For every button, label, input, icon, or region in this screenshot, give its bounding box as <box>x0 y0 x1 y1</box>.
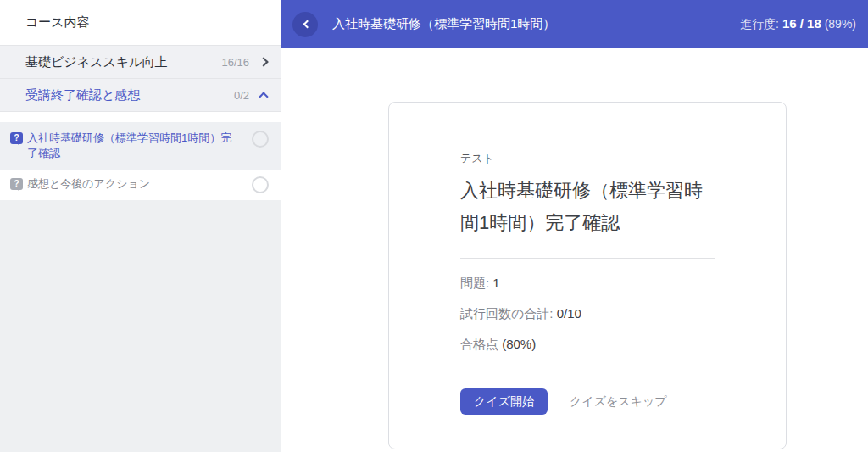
skip-quiz-link[interactable]: クイズをスキップ <box>570 394 667 410</box>
lecture-item-label: 入社時基礎研修（標準学習時間1時間）完了確認 <box>27 131 252 161</box>
lecture-item-label: 感想と今後のアクション <box>27 176 252 193</box>
progress-value: 16 / 18 <box>782 16 821 31</box>
start-quiz-button[interactable]: クイズ開始 <box>460 388 548 415</box>
lecture-item-feedback-actions[interactable]: ? 感想と今後のアクション <box>0 170 281 200</box>
section-progress-count: 16/16 <box>221 56 249 69</box>
course-player: コース内容 基礎ビジネススキル向上 16/16 受講終了確認と感想 0/2 ? … <box>0 0 868 452</box>
quiz-type-label: テスト <box>460 151 715 166</box>
progress-percent: (89%) <box>821 17 856 31</box>
stat-value: 1 <box>492 276 499 290</box>
section-label: 受講終了確認と感想 <box>25 87 234 103</box>
incomplete-circle-icon <box>252 176 269 193</box>
back-button[interactable] <box>292 12 318 37</box>
section-label: 基礎ビジネススキル向上 <box>25 54 221 70</box>
quiz-title: 入社時基礎研修（標準学習時間1時間）完了確認 <box>460 175 715 239</box>
quiz-bubble-icon: ? <box>10 132 23 144</box>
stat-value: 0/10 <box>557 306 581 321</box>
lecture-list: ? 入社時基礎研修（標準学習時間1時間）完了確認 ? 感想と今後のアクション <box>0 112 281 200</box>
chevron-left-icon <box>303 20 311 29</box>
sidebar-title: コース内容 <box>0 0 281 46</box>
sidebar-section-completion-and-feedback[interactable]: 受講終了確認と感想 0/2 <box>0 79 281 112</box>
stat-questions: 問題: 1 <box>460 275 715 292</box>
progress-indicator: 進行度: 16 / 18 (89%) <box>740 16 856 32</box>
course-sidebar: コース内容 基礎ビジネススキル向上 16/16 受講終了確認と感想 0/2 ? … <box>0 0 281 452</box>
lecture-title: 入社時基礎研修（標準学習時間1時間） <box>332 16 740 32</box>
chevron-up-icon <box>259 92 268 101</box>
quiz-actions: クイズ開始 クイズをスキップ <box>460 388 715 415</box>
stat-attempts: 試行回数の合計: 0/10 <box>460 305 715 322</box>
stat-value: (80%) <box>502 337 536 351</box>
sidebar-empty-area <box>0 200 281 452</box>
quiz-start-card: テスト 入社時基礎研修（標準学習時間1時間）完了確認 問題: 1 試行回数の合計… <box>388 102 787 449</box>
lecture-content: テスト 入社時基礎研修（標準学習時間1時間）完了確認 問題: 1 試行回数の合計… <box>281 48 868 452</box>
stat-label: 試行回数の合計: <box>460 306 557 321</box>
lecture-item-completion-quiz[interactable]: ? 入社時基礎研修（標準学習時間1時間）完了確認 <box>0 122 281 170</box>
sidebar-section-basic-business-skills[interactable]: 基礎ビジネススキル向上 16/16 <box>0 46 281 79</box>
section-progress-count: 0/2 <box>234 89 249 102</box>
quiz-stats: 問題: 1 試行回数の合計: 0/10 合格点 (80%) <box>460 275 715 353</box>
lecture-header-bar: 入社時基礎研修（標準学習時間1時間） 進行度: 16 / 18 (89%) <box>281 0 868 48</box>
chevron-right-icon <box>259 57 268 66</box>
progress-label: 進行度: <box>740 17 782 31</box>
divider <box>460 258 715 259</box>
stat-label: 合格点 <box>460 337 502 351</box>
incomplete-circle-icon <box>252 131 269 148</box>
main-area: 入社時基礎研修（標準学習時間1時間） 進行度: 16 / 18 (89%) テス… <box>281 0 868 452</box>
stat-passing-score: 合格点 (80%) <box>460 336 715 353</box>
stat-label: 問題: <box>460 276 492 290</box>
quiz-bubble-icon: ? <box>10 178 23 190</box>
